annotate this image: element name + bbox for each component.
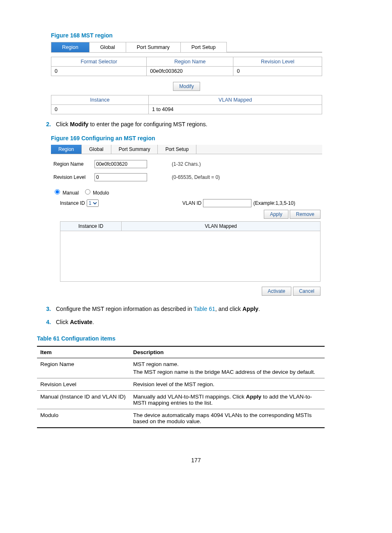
revision-level-input[interactable] [95, 173, 147, 181]
table-61-title: Table 61 Configuration items [37, 335, 355, 342]
desc-bold: Apply [246, 394, 262, 400]
cell-desc: MST region name. The MST region name is … [130, 358, 325, 378]
col-vlan-mapped: VLAN Mapped [149, 95, 322, 105]
vlan-id-hint: (Example:1,3,5-10) [253, 200, 295, 206]
tab-global[interactable]: Global [89, 42, 126, 52]
col-instance: Instance [51, 95, 149, 105]
step-3: 3. Configure the MST region information … [37, 306, 355, 312]
fig168-tabs: Region Global Port Summary Port Setup [51, 42, 322, 53]
instance-id-select[interactable]: 1 [87, 199, 99, 207]
step-2: 2. Click Modify to enter the page for co… [37, 121, 355, 127]
revision-level-label: Revision Level [53, 174, 95, 180]
region-name-label: Region Name [53, 161, 95, 167]
tab-region[interactable]: Region [51, 42, 90, 52]
empty-table-body [60, 231, 321, 282]
fig169-tabs: Region Global Port Summary Port Setup [51, 145, 322, 154]
step-num-4: 4. [37, 319, 56, 325]
step2-text-b: to enter the page for configuring MST re… [88, 121, 207, 127]
col-region-name: Region Name [147, 57, 233, 67]
radio-modulo[interactable]: Modulo [83, 190, 109, 196]
desc-line-2: The MST region name is the bridge MAC ad… [133, 369, 321, 375]
tab-port-summary[interactable]: Port Summary [111, 145, 158, 154]
fig168-table-main: Format Selector Region Name Revision Lev… [51, 57, 322, 76]
cell-item: Revision Level [37, 378, 130, 391]
radio-manual-label: Manual [62, 190, 78, 196]
desc-a: Manually add VLAN-to-MSTI mappings. Clic… [133, 394, 246, 400]
table-row: 0 00e0fc003620 0 [51, 67, 322, 76]
col-format-selector: Format Selector [51, 57, 147, 67]
step3-bold: Apply [242, 306, 258, 312]
step3-text-b: , and click [215, 306, 242, 312]
vlan-id-input[interactable] [203, 199, 251, 207]
step-num-2: 2. [37, 121, 56, 127]
desc-line-1: MST region name. [133, 361, 321, 367]
col-instance-id: Instance ID [60, 222, 122, 231]
modify-button[interactable]: Modify [173, 82, 200, 91]
cell-desc: Revision level of the MST region. [130, 378, 325, 391]
table-row: Manual (Instance ID and VLAN ID) Manuall… [37, 391, 325, 409]
vlan-id-label: VLAN ID [182, 200, 202, 206]
step4-text-a: Click [56, 319, 70, 325]
col-vlan-mapped: VLAN Mapped [122, 222, 321, 231]
instance-id-label: Instance ID [60, 200, 85, 206]
figure-168-title: Figure 168 MST region [51, 32, 355, 39]
remove-button[interactable]: Remove [290, 210, 321, 219]
col-revision-level: Revision Level [233, 57, 322, 67]
table-row: Region Name MST region name. The MST reg… [37, 358, 325, 378]
cancel-button[interactable]: Cancel [293, 287, 321, 296]
figure-169-title: Figure 169 Configuring an MST region [51, 135, 355, 141]
cell-region-name: 00e0fc003620 [147, 67, 233, 76]
tab-port-summary[interactable]: Port Summary [126, 42, 181, 52]
tab-region[interactable]: Region [51, 145, 82, 154]
region-name-input[interactable] [95, 160, 147, 168]
col-item: Item [37, 346, 130, 358]
region-name-hint: (1-32 Chars.) [172, 161, 201, 167]
instance-vlan-table: Instance ID VLAN Mapped [60, 221, 321, 282]
table-61: Item Description Region Name MST region … [37, 346, 325, 428]
step-num-3: 3. [37, 306, 56, 312]
step4-bold: Activate [70, 319, 92, 325]
tab-global[interactable]: Global [82, 145, 111, 154]
cell-vlan-mapped: 1 to 4094 [149, 105, 322, 114]
table-row: Revision Level Revision level of the MST… [37, 378, 325, 391]
step4-text-b: . [92, 319, 94, 325]
step2-bold: Modify [70, 121, 88, 127]
radio-manual[interactable]: Manual [53, 190, 79, 196]
table-row: 0 1 to 4094 [51, 105, 322, 114]
cell-revision-level: 0 [233, 67, 322, 76]
apply-button[interactable]: Apply [264, 210, 288, 219]
tab-port-setup[interactable]: Port Setup [180, 42, 227, 52]
step-4: 4. Click Activate. [37, 319, 355, 325]
step2-text-a: Click [56, 121, 70, 127]
cell-item: Manual (Instance ID and VLAN ID) [37, 391, 130, 409]
cell-item: Region Name [37, 358, 130, 378]
activate-button[interactable]: Activate [262, 287, 292, 296]
cell-item: Modulo [37, 409, 130, 428]
revision-level-hint: (0-65535, Default = 0) [172, 174, 220, 180]
col-description: Description [130, 346, 325, 358]
table-row: Modulo The device automatically maps 409… [37, 409, 325, 428]
tab-port-setup[interactable]: Port Setup [158, 145, 196, 154]
step3-text-a: Configure the MST region information as … [56, 306, 194, 312]
cell-format-selector: 0 [51, 67, 147, 76]
radio-modulo-label: Modulo [93, 190, 109, 196]
step3-link[interactable]: Table 61 [194, 306, 215, 312]
fig168-table-instance: Instance VLAN Mapped 0 1 to 4094 [51, 95, 322, 114]
cell-desc: Manually add VLAN-to-MSTI mappings. Clic… [130, 391, 325, 409]
cell-instance: 0 [51, 105, 149, 114]
page-number: 177 [37, 457, 355, 463]
step3-text-c: . [258, 306, 260, 312]
cell-desc: The device automatically maps 4094 VLANs… [130, 409, 325, 428]
